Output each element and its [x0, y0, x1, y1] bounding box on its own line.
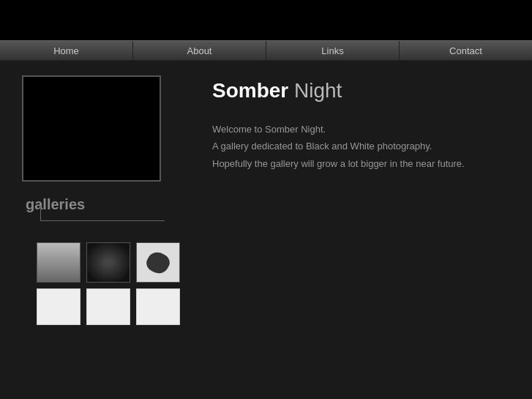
- gallery-thumb-blank2[interactable]: [86, 288, 130, 325]
- nav-about[interactable]: About: [133, 41, 266, 60]
- nav-home[interactable]: Home: [0, 41, 133, 60]
- gallery-thumb-blank3[interactable]: [136, 288, 180, 325]
- gallery-thumb-blank1[interactable]: [37, 288, 80, 325]
- description-line2: A gallery dedicated to Black and White p…: [212, 138, 510, 154]
- description-line1: Welcome to Somber Night.: [212, 121, 510, 138]
- right-column: Somber Night Welcome to Somber Night. A …: [190, 75, 510, 384]
- site-title-bold: Somber: [212, 79, 288, 102]
- gallery-row-bottom: [37, 288, 190, 325]
- nav-contact[interactable]: Contact: [400, 41, 532, 60]
- navigation: Home About Links Contact: [0, 40, 532, 61]
- gallery-thumb-portrait[interactable]: [86, 242, 130, 283]
- gallery-thumb-winter[interactable]: [37, 242, 80, 283]
- description-line3: Hopefully the gallery will grow a lot bi…: [212, 155, 510, 172]
- nav-links[interactable]: Links: [266, 41, 400, 60]
- hero-image: [22, 75, 161, 182]
- site-title: Somber Night: [212, 79, 510, 102]
- main-content: galleries: [0, 61, 532, 399]
- site-description: Welcome to Somber Night. A gallery dedic…: [212, 121, 510, 172]
- top-bar: [0, 0, 532, 40]
- gallery-thumb-inkblot[interactable]: [136, 242, 180, 283]
- ink-blot-shape: [143, 248, 173, 277]
- site-title-light: Night: [288, 79, 342, 102]
- gallery-tree: [33, 220, 190, 325]
- gallery-row-top: [37, 242, 190, 283]
- tree-line: [33, 220, 172, 242]
- left-column: galleries: [22, 75, 190, 384]
- galleries-label: galleries: [26, 196, 190, 213]
